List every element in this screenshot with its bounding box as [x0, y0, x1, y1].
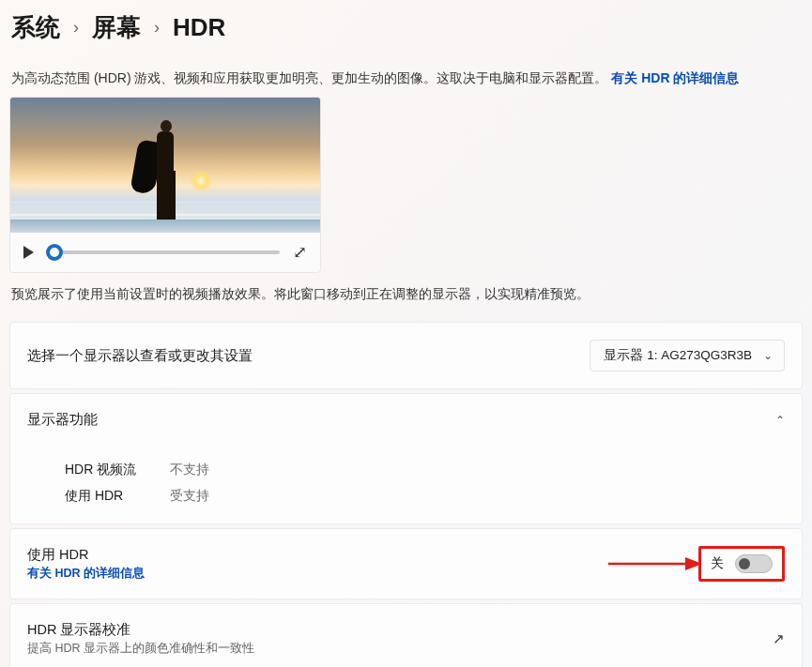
- chevron-up-icon: ⌃: [775, 414, 785, 427]
- annotation-arrow-icon: [608, 554, 702, 573]
- description-text: 为高动态范围 (HDR) 游戏、视频和应用获取更加明亮、更加生动的图像。这取决于…: [11, 70, 607, 85]
- hdr-calibration-title: HDR 显示器校准: [27, 621, 254, 639]
- display-dropdown[interactable]: 显示器 1: AG273QG3R3B ⌄: [590, 340, 785, 371]
- chevron-right-icon: ›: [73, 18, 79, 38]
- breadcrumb-system[interactable]: 系统: [11, 11, 60, 44]
- open-external-icon[interactable]: ↗: [773, 630, 785, 647]
- video-progress-slider[interactable]: [47, 250, 280, 254]
- capability-value: 受支持: [170, 482, 209, 508]
- display-selector-label: 选择一个显示器以查看或更改其设置: [27, 347, 253, 365]
- breadcrumb: 系统 › 屏幕 › HDR: [11, 11, 803, 44]
- chevron-down-icon: ⌄: [763, 349, 773, 362]
- page-description: 为高动态范围 (HDR) 游戏、视频和应用获取更加明亮、更加生动的图像。这取决于…: [11, 70, 803, 87]
- video-preview: ⤢: [9, 97, 321, 273]
- fullscreen-icon[interactable]: ⤢: [293, 244, 307, 261]
- use-hdr-info-link[interactable]: 有关 HDR 的详细信息: [27, 566, 145, 582]
- capability-key: 使用 HDR: [65, 482, 146, 508]
- preview-caption: 预览展示了使用当前设置时的视频播放效果。将此窗口移动到正在调整的显示器，以实现精…: [11, 286, 803, 303]
- capability-row: HDR 视频流 不支持: [65, 456, 785, 482]
- slider-thumb[interactable]: [46, 244, 63, 261]
- display-capabilities-body: HDR 视频流 不支持 使用 HDR 受支持: [9, 443, 803, 524]
- breadcrumb-hdr: HDR: [173, 13, 225, 42]
- use-hdr-toggle-state: 关: [711, 555, 724, 572]
- preview-image: [10, 98, 320, 233]
- hdr-calibration-sub: 提高 HDR 显示器上的颜色准确性和一致性: [27, 641, 254, 657]
- display-capabilities-title: 显示器功能: [27, 411, 98, 429]
- capability-key: HDR 视频流: [65, 456, 146, 482]
- hdr-info-link[interactable]: 有关 HDR 的详细信息: [611, 70, 739, 85]
- chevron-right-icon: ›: [154, 18, 160, 38]
- use-hdr-title: 使用 HDR: [27, 546, 145, 564]
- use-hdr-toggle[interactable]: [735, 554, 773, 573]
- toggle-knob: [739, 558, 750, 569]
- play-icon[interactable]: [23, 246, 34, 259]
- capability-value: 不支持: [170, 456, 209, 482]
- preview-controls: ⤢: [10, 233, 320, 272]
- display-dropdown-value: 显示器 1: AG273QG3R3B: [604, 347, 752, 364]
- hdr-calibration-row[interactable]: HDR 显示器校准 提高 HDR 显示器上的颜色准确性和一致性 ↗: [9, 603, 803, 667]
- breadcrumb-display[interactable]: 屏幕: [92, 11, 141, 44]
- annotation-highlight: 关: [698, 546, 785, 582]
- use-hdr-row: 使用 HDR 有关 HDR 的详细信息 关: [9, 528, 803, 599]
- capability-row: 使用 HDR 受支持: [65, 482, 785, 508]
- display-selector-row: 选择一个显示器以查看或更改其设置 显示器 1: AG273QG3R3B ⌄: [9, 322, 803, 389]
- display-capabilities-header[interactable]: 显示器功能 ⌃: [9, 393, 803, 447]
